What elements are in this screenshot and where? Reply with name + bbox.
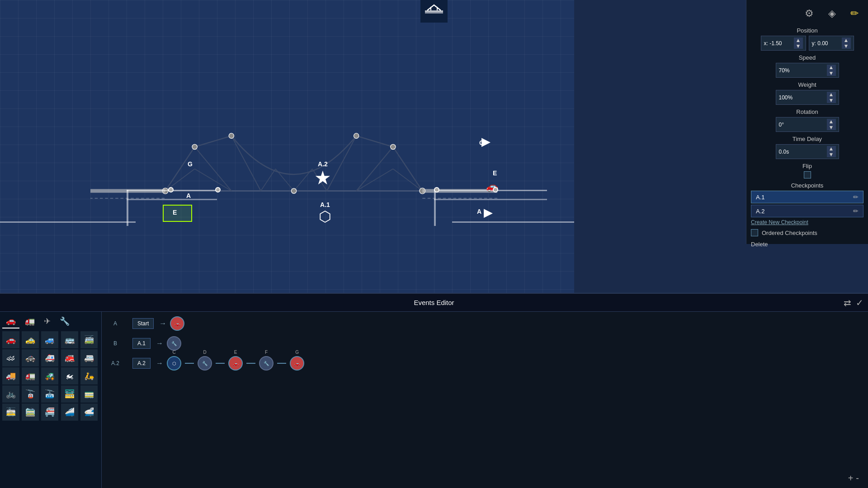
node-f-label: F — [265, 350, 268, 355]
node-b-icon: 🔧 — [171, 341, 177, 346]
weight-stepper[interactable]: ▲ ▼ — [827, 92, 836, 103]
lane-b-arrow: → — [156, 339, 163, 347]
vehicle-cell-13[interactable]: 🏍 — [61, 367, 78, 385]
vehicle-cell-3[interactable]: 🚌 — [61, 331, 78, 348]
vehicle-cell-22[interactable]: 🚝 — [41, 404, 58, 421]
time-delay-input[interactable]: 0.0s ▲ ▼ — [776, 144, 839, 159]
flag-a-right: ▶ — [484, 206, 493, 220]
vehicle-cell-1[interactable]: 🚕 — [22, 331, 39, 348]
checkpoint-a1-label: A.1 — [756, 194, 765, 201]
position-y-stepper[interactable]: ▲ ▼ — [842, 38, 851, 49]
vehicle-cell-7[interactable]: 🚑 — [41, 349, 58, 366]
vehicle-cell-4[interactable]: 🚎 — [80, 331, 98, 348]
checkpoints-label: Checkpoints — [751, 182, 863, 189]
label-a-right: A — [477, 208, 481, 215]
event-node-b-tool[interactable]: 🔧 — [167, 336, 181, 351]
vehicle-cell-19[interactable]: 🚃 — [80, 385, 98, 403]
vehicle-cell-21[interactable]: 🚞 — [22, 404, 39, 421]
vehicle-grid: 🚗 🚕 🚙 🚌 🚎 🏎 🚓 🚑 🚒 🚐 🚚 🚛 🚜 🏍 🛵 🚲 🚡 🚠 🚟 — [2, 331, 99, 421]
vehicle-cell-10[interactable]: 🚚 — [2, 367, 19, 385]
position-x-input[interactable]: x: -1.50 ▲ ▼ — [761, 36, 806, 51]
delete-button[interactable]: Delete — [751, 241, 768, 248]
vehicle-cell-23[interactable]: 🚄 — [61, 404, 78, 421]
speed-input[interactable]: 70% ▲ ▼ — [776, 63, 839, 78]
event-node-e[interactable]: E 🚗 — [228, 356, 243, 371]
vehicle-tab-plane[interactable]: ✈ — [40, 314, 54, 328]
event-node-d[interactable]: D 🔧 — [198, 356, 212, 371]
svg-line-13 — [356, 147, 393, 191]
rotation-row: 0° ▲ ▼ — [751, 117, 863, 132]
vehicle-tab-car[interactable]: 🚗 — [2, 314, 19, 328]
event-node-g[interactable]: G 🚗 — [290, 356, 304, 371]
vehicle-tab-tool[interactable]: 🔧 — [56, 314, 73, 328]
create-checkpoint-button[interactable]: Create New Checkpoint — [751, 219, 808, 225]
settings-button[interactable]: ⚙ — [800, 5, 818, 23]
vehicle-cell-15[interactable]: 🚲 — [2, 385, 19, 403]
weight-input[interactable]: 100% ▲ ▼ — [776, 90, 839, 105]
vehicle-cell-12[interactable]: 🚜 — [41, 367, 58, 385]
event-node-f[interactable]: F 🔧 — [259, 356, 274, 371]
position-row: x: -1.50 ▲ ▼ y: 0.00 ▲ ▼ — [751, 36, 863, 51]
vehicle-cell-0[interactable]: 🚗 — [2, 331, 19, 348]
connector-e-f — [246, 363, 255, 364]
position-x-stepper[interactable]: ▲ ▼ — [794, 38, 803, 49]
speed-stepper[interactable]: ▲ ▼ — [827, 65, 836, 76]
weight-label: Weight — [751, 81, 863, 88]
events-header-right: ⇄ ✓ — [844, 297, 863, 308]
event-lane-c: A.2 A.2 → C ⬡ D 🔧 E 🚗 — [102, 356, 868, 371]
svg-line-5 — [165, 147, 195, 191]
checkpoint-item-a2[interactable]: A.2 ✏ — [751, 205, 863, 217]
label-e-left: E — [173, 209, 177, 216]
rotation-label: Rotation — [751, 108, 863, 115]
node-d-label: D — [203, 350, 206, 355]
vehicle-cell-8[interactable]: 🚒 — [61, 349, 78, 366]
vehicle-cell-16[interactable]: 🚡 — [22, 385, 39, 403]
label-a-left: A — [186, 192, 191, 199]
time-delay-stepper[interactable]: ▲ ▼ — [827, 146, 836, 157]
events-icon-check[interactable]: ✓ — [856, 297, 863, 308]
edit-button[interactable]: ✏ — [845, 5, 863, 23]
bridge-icon-button[interactable] — [420, 0, 448, 23]
svg-line-6 — [195, 136, 231, 147]
rotation-input[interactable]: 0° ▲ ▼ — [776, 117, 839, 132]
rotation-value: 0° — [779, 122, 784, 128]
event-node-c[interactable]: C ⬡ — [167, 356, 181, 371]
event-node-a-vehicle[interactable]: 🚗 — [170, 316, 184, 331]
view-button[interactable]: ◈ — [823, 5, 841, 23]
ordered-checkpoints-checkbox[interactable] — [751, 229, 758, 236]
svg-line-7 — [393, 147, 422, 191]
road-right — [452, 221, 574, 223]
checkpoint-a1-edit-icon[interactable]: ✏ — [853, 193, 859, 201]
flip-row — [751, 171, 863, 178]
vehicle-tab-truck[interactable]: 🚛 — [21, 314, 38, 328]
vehicle-cell-20[interactable]: 🚋 — [2, 404, 19, 421]
checkpoint-item-a1[interactable]: A.1 ✏ — [751, 191, 863, 203]
vehicle-cell-2[interactable]: 🚙 — [41, 331, 58, 348]
vehicle-cell-9[interactable]: 🚐 — [80, 349, 98, 366]
vehicle-cell-18[interactable]: 🚟 — [61, 385, 78, 403]
time-delay-row: 0.0s ▲ ▼ — [751, 144, 863, 159]
vehicle-cell-24[interactable]: 🚅 — [80, 404, 98, 421]
vehicle-cell-17[interactable]: 🚠 — [41, 385, 58, 403]
pillar-right — [434, 190, 436, 226]
road-left — [0, 221, 136, 223]
checkpoint-a2-edit-icon[interactable]: ✏ — [853, 207, 859, 215]
label-e-right: E — [493, 169, 497, 177]
connector-c-d — [185, 363, 194, 364]
vehicle-cell-6[interactable]: 🚓 — [22, 349, 39, 366]
vehicle-cell-5[interactable]: 🏎 — [2, 349, 19, 366]
flip-label: Flip — [751, 163, 863, 169]
vehicle-cell-14[interactable]: 🛵 — [80, 367, 98, 385]
vehicle-cell-11[interactable]: 🚛 — [22, 367, 39, 385]
weight-value: 100% — [779, 94, 793, 101]
zoom-out-button[interactable]: - — [856, 473, 859, 483]
event-lane-b: B A.1 → 🔧 — [102, 336, 868, 351]
events-icon-link[interactable]: ⇄ — [844, 297, 851, 308]
zoom-in-button[interactable]: + — [848, 473, 854, 483]
panel-header-icons: ⚙ ◈ ✏ — [751, 5, 863, 23]
lane-b-label: B — [102, 340, 129, 347]
position-y-input[interactable]: y: 0.00 ▲ ▼ — [809, 36, 854, 51]
rotation-stepper[interactable]: ▲ ▼ — [827, 119, 836, 130]
checkpoint-a1: A.1 ⬡ — [319, 201, 331, 224]
flip-checkbox[interactable] — [804, 171, 811, 178]
